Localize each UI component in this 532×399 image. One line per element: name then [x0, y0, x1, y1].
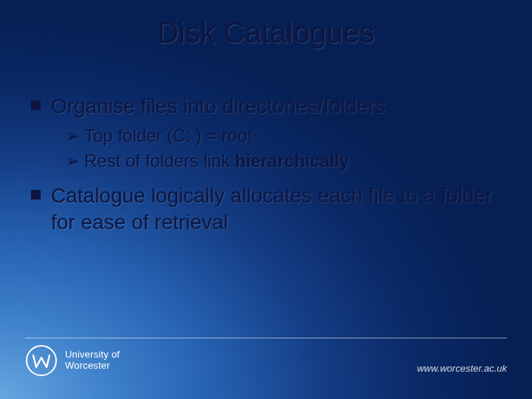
institution-line-1: University of	[65, 349, 120, 361]
slide: Disk Catalogues Organise files into dire…	[0, 0, 532, 399]
university-logo: University of Worcester	[25, 344, 120, 377]
footer-url: www.worcester.ac.uk	[417, 363, 507, 377]
bullet-text: Organise files into directories/folders	[51, 93, 386, 120]
square-bullet-icon	[31, 190, 41, 200]
sub-bullet-item: ➢ Top folder (C: ) = root	[65, 124, 501, 148]
logo-text: University of Worcester	[65, 349, 120, 372]
arrow-bullet-icon: ➢	[65, 149, 80, 172]
bullet-text: Catalogue logically allocates each file …	[51, 183, 501, 236]
sub-bullet-prefix: Rest of folders link	[84, 151, 235, 171]
footer-divider	[25, 338, 507, 338]
sub-bullet-text: Rest of folders link hierarchically	[84, 149, 349, 173]
square-bullet-icon	[31, 100, 41, 110]
bullet-item: Organise files into directories/folders	[31, 93, 501, 120]
logo-mark-icon	[25, 344, 58, 377]
arrow-bullet-icon: ➢	[65, 124, 80, 147]
sub-bullet-item: ➢ Rest of folders link hierarchically	[65, 149, 501, 173]
slide-footer: University of Worcester www.worcester.ac…	[25, 338, 507, 377]
sub-bullet-bold: hierarchically	[235, 151, 349, 171]
slide-title: Disk Catalogues	[0, 16, 532, 50]
sub-bullet-text: Top folder (C: ) = root	[84, 124, 252, 148]
bullet-item: Catalogue logically allocates each file …	[31, 183, 501, 236]
sub-bullet-list: ➢ Top folder (C: ) = root ➢ Rest of fold…	[65, 124, 501, 172]
footer-row: University of Worcester www.worcester.ac…	[25, 344, 507, 377]
institution-line-2: Worcester	[65, 361, 120, 372]
slide-content: Organise files into directories/folders …	[31, 93, 501, 239]
svg-point-0	[27, 346, 56, 375]
